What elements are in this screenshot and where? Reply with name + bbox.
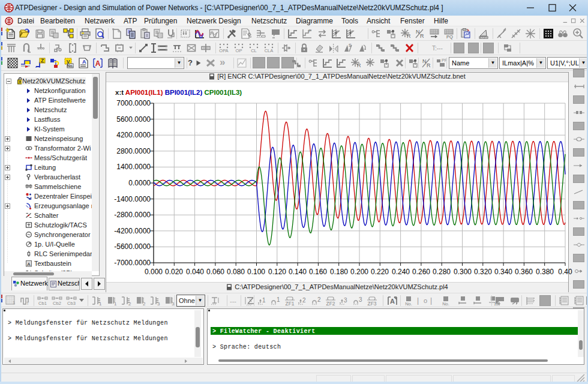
svg-text:3: 3 xyxy=(157,301,160,307)
svg-text:1: 1 xyxy=(13,300,16,305)
svg-text:2: 2 xyxy=(128,301,131,307)
svg-text:ZF1: ZF1 xyxy=(285,301,294,307)
svg-text:CL: CL xyxy=(251,48,257,53)
svg-text:No.: No. xyxy=(442,301,449,307)
svg-text:A: A xyxy=(82,59,86,65)
svg-text:1: 1 xyxy=(99,301,102,307)
svg-text:R: R xyxy=(420,33,424,39)
svg-text:3: 3 xyxy=(359,296,362,303)
svg-text:R: R xyxy=(407,33,411,39)
svg-text:A: A xyxy=(27,262,31,267)
svg-text:PQ: PQ xyxy=(446,34,453,40)
svg-text:No.: No. xyxy=(405,301,412,307)
svg-text:2: 2 xyxy=(317,296,321,303)
svg-text:R: R xyxy=(357,62,361,68)
svg-text:1: 1 xyxy=(262,297,266,304)
svg-text:OPA: OPA xyxy=(219,48,228,53)
svg-text:A: A xyxy=(95,59,101,68)
svg-text:T: T xyxy=(26,301,29,305)
svg-text:Cb1: Cb1 xyxy=(38,301,47,306)
svg-text:Cb3: Cb3 xyxy=(67,301,76,306)
svg-text:3: 3 xyxy=(344,297,347,304)
svg-text:ZF2: ZF2 xyxy=(326,301,335,307)
svg-text:Z: Z xyxy=(41,58,44,64)
svg-text:1: 1 xyxy=(114,301,117,307)
svg-text:CLA: CLA xyxy=(265,48,274,53)
svg-text:2: 2 xyxy=(143,301,146,307)
svg-text:No.: No. xyxy=(67,64,74,68)
svg-text:R: R xyxy=(427,62,431,68)
svg-text:P: P xyxy=(308,28,311,34)
svg-text:Cb2: Cb2 xyxy=(53,301,61,306)
svg-text:A: A xyxy=(390,298,395,305)
svg-text:OP: OP xyxy=(236,48,242,53)
svg-text:2: 2 xyxy=(302,297,306,304)
svg-text:1: 1 xyxy=(277,296,280,303)
svg-text:ZF3: ZF3 xyxy=(367,301,376,307)
svg-text:S: S xyxy=(349,43,352,47)
